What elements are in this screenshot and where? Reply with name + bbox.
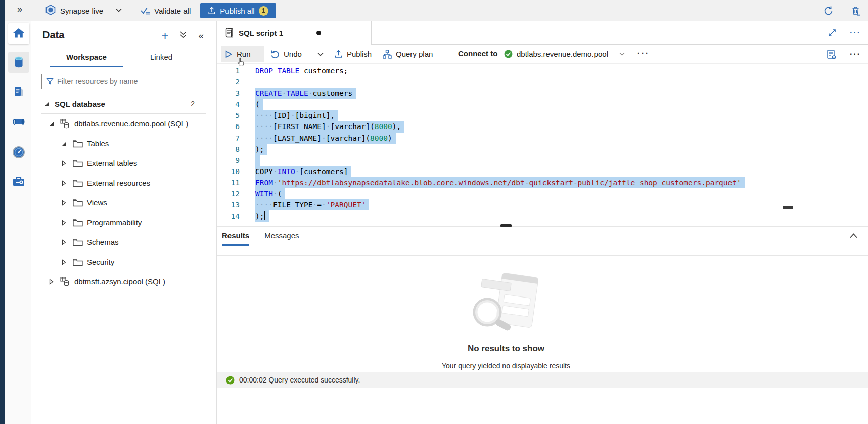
caret-collapsed-icon[interactable] <box>62 259 68 265</box>
code-line[interactable]: 2 <box>217 76 868 88</box>
unsaved-changes-dot <box>316 31 321 35</box>
folder-icon <box>73 219 83 227</box>
pool-selector-dropdown[interactable]: dbtlabs.revenue.demo.pool <box>500 46 629 62</box>
add-resource-button[interactable]: + <box>161 31 168 41</box>
results-empty-state: No results to show Your query yielded no… <box>217 256 795 372</box>
tree-item-label: External resources <box>87 179 150 187</box>
tab-linked[interactable]: Linked <box>124 51 199 67</box>
code-text: WITH·( <box>255 188 285 199</box>
nav-develop-button[interactable] <box>8 81 29 103</box>
tree-item-label: External tables <box>87 159 137 167</box>
caret-collapsed-icon[interactable] <box>62 239 68 245</box>
synapse-studio-window: » Synapse live Validate all Publish all … <box>0 0 868 424</box>
code-text: COPY·INTO·[customers] <box>255 166 351 177</box>
code-line[interactable]: 1 DROP TABLE customers; <box>217 65 868 76</box>
toolbar-more-actions-icon[interactable]: ··· <box>637 49 650 57</box>
sql-code-editor[interactable]: 1 DROP TABLE customers; 2 3 CREATE·TABLE… <box>217 64 868 227</box>
nav-data-button[interactable] <box>8 52 29 73</box>
tree-item[interactable]: External resources <box>41 173 206 193</box>
upload-icon <box>208 7 216 15</box>
empty-results-subtitle: Your query yielded no displayable result… <box>217 362 795 370</box>
pool-selector-value: dbtlabs.revenue.demo.pool <box>517 50 615 58</box>
tab-results[interactable]: Results <box>222 231 249 246</box>
filter-resources-box <box>41 74 204 89</box>
toolbar-overflow-icon[interactable]: ··· <box>850 50 861 59</box>
query-plan-button[interactable]: Query plan <box>379 46 437 62</box>
code-line[interactable]: 14 ); <box>217 210 868 222</box>
code-text: ); <box>255 210 269 222</box>
discard-all-trash-icon[interactable] <box>851 6 861 16</box>
caret-collapsed-icon[interactable] <box>62 180 68 186</box>
undo-button[interactable]: Undo <box>266 46 306 62</box>
code-line[interactable]: 11 FROM·'https://dbtlabsynapsedatalake.b… <box>217 177 868 188</box>
data-panel-tabs: Workspace Linked <box>49 51 199 67</box>
collapse-all-icon[interactable] <box>179 31 187 41</box>
connected-status-icon <box>504 50 513 58</box>
validate-all-button[interactable]: Validate all <box>141 0 191 21</box>
editor-scrollbar-thumb[interactable] <box>783 206 793 209</box>
caret-collapsed-icon[interactable] <box>62 200 68 206</box>
tree-item[interactable]: Schemas <box>41 232 206 252</box>
tree-item[interactable]: dbtlabs.revenue.demo.pool (SQL) <box>41 114 206 134</box>
collapse-results-chevron-icon[interactable] <box>849 232 858 239</box>
caret-collapsed-icon[interactable] <box>62 160 68 166</box>
line-number: 13 <box>217 199 240 210</box>
caret-collapsed-icon[interactable] <box>49 279 55 285</box>
tree-item-label: dbtlabs.revenue.demo.pool (SQL) <box>74 119 188 128</box>
tab-messages[interactable]: Messages <box>264 231 299 246</box>
document-tab-title: SQL script 1 <box>239 29 283 37</box>
caret-expanded-icon[interactable] <box>49 121 55 126</box>
code-line[interactable]: 7 ····[LAST_NAME]·[varchar](8000) <box>217 133 868 144</box>
splitter-drag-handle[interactable] <box>500 224 512 227</box>
code-line[interactable]: 5 ····[ID]·[bigint], <box>217 110 868 121</box>
environment-selector[interactable]: Synapse live <box>45 0 103 21</box>
tab-workspace[interactable]: Workspace <box>49 51 124 67</box>
run-button[interactable]: Run <box>221 46 264 62</box>
tab-more-actions-icon[interactable]: ··· <box>850 28 861 37</box>
caret-collapsed-icon[interactable] <box>62 220 68 226</box>
code-line[interactable]: 8 ); <box>217 144 868 155</box>
collapse-panel-button[interactable]: « <box>198 30 204 41</box>
expand-editor-icon[interactable] <box>828 28 837 37</box>
script-properties-icon[interactable] <box>826 49 837 60</box>
line-number: 14 <box>217 210 240 222</box>
tree-item[interactable]: Programmability <box>41 213 206 232</box>
data-explorer-panel: Data + « Workspace Linked SQL database 2… <box>31 21 216 424</box>
folder-icon <box>73 258 83 266</box>
tree-item[interactable]: External tables <box>41 153 206 173</box>
nav-integrate-button[interactable] <box>8 111 29 133</box>
caret-expanded-icon[interactable] <box>62 141 68 146</box>
no-results-illustration <box>217 270 795 336</box>
nav-manage-button[interactable] <box>8 171 29 192</box>
tree-item-label: Views <box>87 198 107 207</box>
publish-count-badge: 1 <box>259 6 268 16</box>
tab-sql-script-1[interactable]: SQL script 1 <box>217 21 372 45</box>
line-number: 7 <box>217 133 240 144</box>
pipeline-icon <box>12 116 26 128</box>
publish-button[interactable]: Publish <box>330 46 376 62</box>
code-line[interactable]: 3 CREATE·TABLE·customers <box>217 88 868 99</box>
database-icon <box>12 55 25 69</box>
query-plan-icon <box>383 50 392 59</box>
tree-item[interactable]: Views <box>41 193 206 213</box>
filter-resources-input[interactable] <box>57 77 200 86</box>
code-line[interactable]: 13 ····FILE_TYPE·=·'PARQUET' <box>217 199 868 210</box>
caret-expanded-icon[interactable] <box>44 101 51 106</box>
tree-item[interactable]: dbtmsft.azsyn.cipool (SQL) <box>41 272 206 291</box>
panel-title: Data <box>42 29 64 41</box>
nav-home-button[interactable] <box>8 23 29 44</box>
tree-item[interactable]: Security <box>41 252 206 272</box>
publish-all-button[interactable]: Publish all 1 <box>200 3 276 18</box>
code-line[interactable]: 6 ····[FIRST_NAME]·[varchar](8000), <box>217 121 868 132</box>
tree-item[interactable]: Tables <box>41 134 206 153</box>
code-line[interactable]: 4 ( <box>217 99 868 110</box>
code-line[interactable]: 9 <box>217 155 868 166</box>
expand-menu-icon[interactable]: » <box>17 4 22 15</box>
tree-item[interactable]: SQL database 2 <box>41 94 206 114</box>
environment-chevron-down-icon[interactable] <box>115 7 122 14</box>
undo-redo-chevron-icon[interactable] <box>313 46 328 62</box>
refresh-icon[interactable] <box>823 6 834 16</box>
nav-monitor-button[interactable] <box>8 142 29 163</box>
code-line[interactable]: 10 COPY·INTO·[customers] <box>217 166 868 177</box>
code-line[interactable]: 12 WITH·( <box>217 188 868 199</box>
